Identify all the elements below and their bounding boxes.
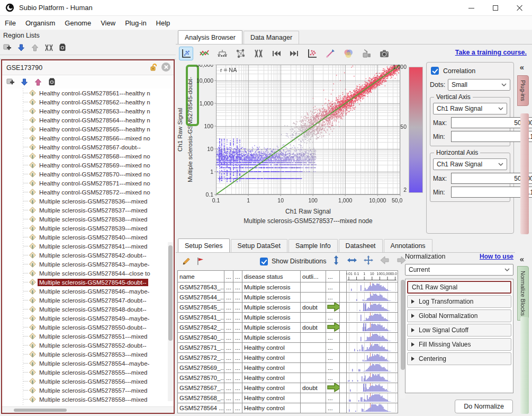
line-chart-icon[interactable] [197,47,211,60]
column-header[interactable] [340,271,347,282]
tree-item[interactable]: Multiple sclerosis-GSM5278536---mixed [2,197,174,206]
menu-organism[interactable]: Organism [21,17,60,29]
tree-item[interactable]: Multiple sclerosis-GSM5278554--maybe- [2,359,174,368]
table-row[interactable]: GSM5278572_.........Healthy control... [178,353,398,363]
menu-help[interactable]: Help [151,17,175,29]
scatter-plot[interactable] [196,65,402,206]
menu-file[interactable]: File [0,17,21,29]
skip-back-icon[interactable] [269,47,283,60]
table-row[interactable]: GSM5278542_.........Multiple sclerosisdo… [178,323,398,333]
table-row[interactable]: GSM5278570_.........Healthy control... [178,373,398,383]
move-down-icon[interactable] [19,77,30,87]
tab-setup-series[interactable]: Setup Series [178,238,230,253]
normalize-block-centering[interactable]: Centering [407,352,511,365]
tree-item[interactable]: Healthy control-GSM5278562---healthy n [2,98,174,107]
chromosome-icon[interactable] [43,42,54,53]
column-header[interactable]: outli... [301,271,326,282]
tree-item[interactable]: Multiple sclerosis-GSM5278543--maybe- [2,260,174,269]
tab-sample-info[interactable]: Sample Info [288,239,338,253]
normalize-block-current[interactable]: Ch1 Raw Signal [407,281,511,294]
tree-item[interactable]: Multiple sclerosis-GSM5278557---mixed [2,386,174,395]
tree-item[interactable]: Multiple sclerosis-GSM5278555---mixed [2,368,174,377]
trash-icon[interactable] [57,42,68,53]
network-icon[interactable] [233,47,247,60]
table-row[interactable]: GSM5278564 .........Healthy control... [178,403,398,413]
plugins-tab[interactable]: Plug-ins [517,75,529,106]
correlation-checkbox[interactable] [431,67,439,75]
tree-item[interactable]: Multiple sclerosis-GSM5278541---mixed [2,242,174,251]
tree-item[interactable]: Healthy control-GSM5278572---mixed no [2,188,174,197]
scatter-red-icon[interactable] [305,47,319,60]
tree-item[interactable]: Multiple sclerosis-GSM5278545-doubt-- [2,278,174,287]
tab-setup-dataset[interactable]: Setup DataSet [231,239,287,253]
expand-horizontal-icon[interactable] [347,255,357,267]
tree-item[interactable]: Healthy control-GSM5278564---healthy n [2,116,174,125]
collapse-left-icon[interactable]: « [516,254,528,264]
tree-item[interactable]: Multiple sclerosis-GSM5278548-doubt-- [2,305,174,314]
tree-item[interactable]: Healthy control-GSM5278568---mixed no [2,152,174,161]
how-to-use-link[interactable]: How to use [480,253,513,260]
table-row[interactable]: GSM5278567_.........Healthy controldoubt [178,383,398,393]
tree-item[interactable]: Multiple sclerosis-GSM5278539---mixed [2,224,174,233]
scrollbar-thumb[interactable] [401,280,405,370]
tree-item[interactable]: Multiple sclerosis-GSM5278550-doubt-- [2,323,174,332]
tree-item[interactable]: Multiple sclerosis-GSM5278551---mixed [2,332,174,341]
do-normalize-button[interactable]: Do Normalize [455,400,513,413]
chromosomes-icon[interactable] [251,47,265,60]
column-header[interactable]: name [178,271,224,282]
tree-item[interactable]: Healthy control-GSM5278567-doubt-- [2,143,174,152]
training-course-link[interactable]: Take a training course. [455,49,527,56]
tab-analysis-browser[interactable]: Analysis Browser [178,30,242,45]
tab-datasheet[interactable]: Datasheet [339,239,383,253]
tab-data-manager[interactable]: Data Manager [244,31,299,45]
tree-item[interactable]: Multiple sclerosis-GSM5278552-doubt-- [2,341,174,350]
maximize-button[interactable] [483,0,508,16]
close-button[interactable] [508,0,532,16]
table-row[interactable]: GSM5278545_.........Multiple sclerosisdo… [178,303,398,313]
menu-genome[interactable]: Genome [60,17,96,29]
unlock-icon[interactable] [149,63,158,72]
expand-vertical-icon[interactable] [331,255,341,268]
tree-item[interactable]: Healthy control-GSM5278566---mixed no [2,134,174,143]
table-row[interactable]: GSM5278541_.........Multiple sclerosis..… [178,313,398,323]
scrollbar-thumb[interactable] [14,409,67,412]
vertical-signal-select[interactable]: Ch1 Raw Signal [433,103,507,114]
scrollbar-thumb[interactable] [168,245,173,341]
dendrogram-icon[interactable] [215,47,229,60]
flag-icon[interactable] [193,254,208,268]
normalize-block-fill-missing-values[interactable]: Fill Missing Values [407,338,511,351]
dart-icon[interactable] [323,47,337,60]
table-row[interactable]: GSM5278544_.........Multiple sclerosis..… [178,293,398,303]
tree-item[interactable]: Multiple sclerosis-GSM5278537---mixed [2,206,174,215]
table-row[interactable]: GSM5278543_.........Multiple sclerosis..… [178,282,398,293]
table-row[interactable]: GSM5278540_.........Multiple sclerosis..… [178,333,398,343]
scatter-plot-icon[interactable] [179,47,193,60]
normalization-preset-select[interactable]: Current [405,264,513,276]
horizontal-signal-select[interactable]: Ch1 Raw Signal [433,158,507,170]
move-all-icon[interactable] [363,255,374,268]
tree-item[interactable]: Healthy control-GSM5278570---mixed no [2,170,174,179]
add-list-icon[interactable] [2,42,13,53]
minimize-button[interactable] [459,0,483,16]
tree-item[interactable]: Healthy control-GSM5278571---mixed no [2,179,174,188]
tree-horizontal-scrollbar[interactable] [2,406,174,413]
export-icon[interactable] [359,47,373,60]
tree-item[interactable]: Multiple sclerosis-GSM5278553---mixed [2,350,174,359]
tree-item[interactable]: Multiple sclerosis-GSM5278544--close to [2,269,174,278]
collapse-left-icon[interactable]: « [516,63,528,72]
normalize-block-global-normalization[interactable]: Global Normalization [407,309,511,322]
table-row[interactable]: GSM5278568_.........Healthy control... [178,393,398,403]
tree-item[interactable]: Multiple sclerosis-GSM5278540---mixed [2,233,174,242]
tree-item[interactable]: Multiple sclerosis-GSM5278547-doubt-- [2,296,174,305]
column-header[interactable]: ... [233,271,242,282]
skip-forward-icon[interactable] [287,47,301,60]
move-down-icon[interactable] [16,42,26,53]
column-header[interactable]: disease status [242,271,301,282]
move-up-icon[interactable] [30,42,40,53]
pencil-icon[interactable] [179,254,193,268]
venn-icon[interactable] [341,47,355,60]
dots-select[interactable]: Small [448,79,510,91]
tree-item[interactable]: Multiple sclerosis-GSM5278549--maybe- [2,314,174,323]
left-splitter[interactable] [0,55,176,59]
tree-vertical-scrollbar[interactable] [168,242,173,401]
